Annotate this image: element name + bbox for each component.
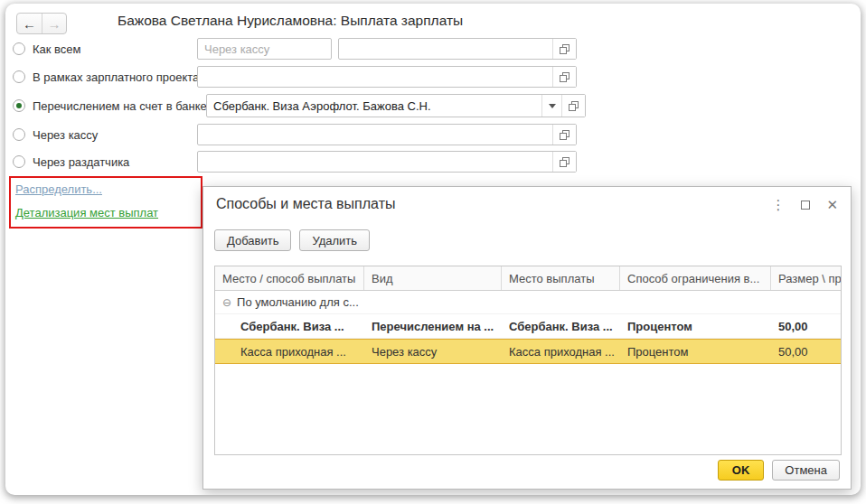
common-method-placeholder: Через кассу — [198, 39, 331, 59]
forward-arrow-icon[interactable]: → — [42, 14, 66, 33]
open-picker-icon — [560, 44, 569, 54]
distribute-link[interactable]: Распределить... — [15, 182, 102, 196]
history-nav-group: ← → — [16, 13, 67, 34]
radio-salary-project-label: В рамках зарплатного проекта — [33, 70, 199, 84]
page-title: Бажова Светлана Нурисламовна: Выплата за… — [118, 13, 463, 29]
open-picker-icon — [569, 101, 579, 111]
cell-place: Сбербанк. Виза ... — [215, 314, 364, 338]
cell-pay-place: Сбербанк. Виза ... — [502, 314, 620, 338]
column-header-pay-place[interactable]: Место выплаты — [502, 266, 620, 290]
dialog-window-controls: ⋮ ✕ — [771, 196, 838, 214]
open-picker-icon — [560, 130, 569, 140]
dialog-title: Способы и места выплаты — [216, 196, 395, 212]
payment-methods-dialog: Способы и места выплаты ⋮ ✕ Добавить Уда… — [202, 186, 852, 490]
maximize-square-glyph — [801, 201, 810, 210]
bank-account-field[interactable]: Сбербанк. Виза Аэрофлот. Бажова С.Н. — [206, 94, 586, 117]
bank-account-open-button[interactable] — [561, 95, 585, 117]
radio-row-salary-project[interactable]: В рамках зарплатного проекта — [13, 66, 199, 88]
radio-distributor[interactable] — [13, 155, 25, 168]
column-header-place-method[interactable]: Место / способ выплаты — [215, 266, 364, 290]
back-arrow-icon[interactable]: ← — [17, 14, 42, 33]
distributor-value — [198, 152, 552, 172]
common-place-field[interactable] — [338, 38, 577, 60]
collapse-minus-icon[interactable]: ⊖ — [222, 296, 231, 309]
cell-pay-place: Касса приходная ... — [502, 340, 620, 363]
payment-methods-table: Место / способ выплаты Вид Место выплаты… — [214, 266, 842, 455]
radio-cashdesk-label: Через кассу — [33, 128, 98, 142]
cashdesk-open-button[interactable] — [552, 125, 576, 145]
radio-bank-transfer-label: Перечислением на счет в банке — [33, 99, 207, 113]
cashdesk-field[interactable] — [197, 124, 577, 145]
add-button[interactable]: Добавить — [214, 229, 291, 251]
radio-distributor-label: Через раздатчика — [33, 155, 129, 169]
radio-row-bank-transfer[interactable]: Перечислением на счет в банке — [13, 95, 207, 117]
cell-limit-method: Процентом — [620, 340, 771, 363]
radio-row-cashdesk[interactable]: Через кассу — [13, 124, 98, 145]
column-header-kind[interactable]: Вид — [364, 266, 502, 290]
radio-salary-project[interactable] — [13, 70, 25, 83]
radio-bank-transfer[interactable] — [13, 99, 25, 112]
open-picker-icon — [560, 157, 569, 167]
cell-amount: 50,00 — [771, 340, 841, 363]
menu-dots-icon[interactable]: ⋮ — [771, 197, 785, 213]
salary-project-open-button[interactable] — [552, 67, 576, 87]
common-place-value — [339, 39, 552, 59]
distributor-open-button[interactable] — [552, 152, 576, 172]
column-header-limit-method[interactable]: Способ ограничения в... — [620, 266, 771, 290]
cancel-button[interactable]: Отмена — [772, 460, 840, 481]
open-picker-icon — [560, 72, 569, 82]
radio-cashdesk[interactable] — [13, 128, 25, 141]
close-icon[interactable]: ✕ — [826, 197, 838, 213]
bank-account-dropdown-button[interactable] — [541, 95, 561, 117]
column-header-amount[interactable]: Размер \ пр... — [771, 266, 841, 290]
table-row[interactable]: Сбербанк. Виза ... Перечислением на ... … — [215, 314, 841, 339]
chevron-down-icon — [549, 104, 556, 112]
table-header-row: Место / способ выплаты Вид Место выплаты… — [215, 266, 841, 291]
common-place-open-button[interactable] — [552, 39, 576, 59]
salary-project-value — [198, 67, 552, 87]
dialog-footer: OK Отмена — [718, 460, 840, 481]
cell-kind: Через кассу — [364, 340, 502, 363]
table-row-selected[interactable]: Касса приходная ... Через кассу Касса пр… — [215, 339, 841, 364]
salary-project-field[interactable] — [197, 66, 577, 88]
distributor-field[interactable] — [197, 151, 577, 173]
radio-common[interactable] — [13, 42, 25, 55]
group-row-label: По умолчанию для с... — [237, 295, 359, 309]
radio-common-label: Как всем — [33, 42, 81, 56]
payment-places-details-link[interactable]: Детализация мест выплат — [15, 206, 158, 219]
cell-amount: 50,00 — [771, 314, 841, 338]
cell-kind: Перечислением на ... — [364, 314, 502, 338]
table-group-row[interactable]: ⊖ По умолчанию для с... — [215, 291, 841, 314]
bank-account-value: Сбербанк. Виза Аэрофлот. Бажова С.Н. — [207, 95, 541, 117]
cell-place: Касса приходная ... — [215, 340, 364, 363]
app-window: ← → Бажова Светлана Нурисламовна: Выплат… — [5, 4, 861, 495]
maximize-icon[interactable] — [801, 201, 810, 210]
cashdesk-value — [198, 125, 552, 145]
cell-limit-method: Процентом — [620, 314, 771, 338]
radio-row-distributor[interactable]: Через раздатчика — [13, 151, 129, 173]
ok-button[interactable]: OK — [718, 460, 765, 481]
dialog-command-bar: Добавить Удалить — [214, 229, 370, 251]
delete-button[interactable]: Удалить — [299, 229, 370, 251]
radio-row-common[interactable]: Как всем — [13, 38, 81, 60]
common-method-field[interactable]: Через кассу — [197, 38, 332, 60]
